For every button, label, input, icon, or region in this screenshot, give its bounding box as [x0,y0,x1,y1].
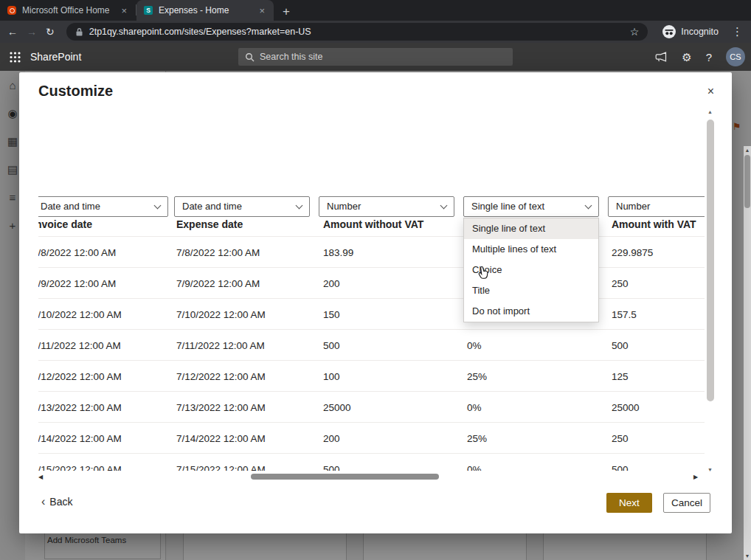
column-type-select-invoice-date[interactable]: Date and time [38,196,168,217]
cell-vat: 0% [467,463,482,471]
cell-vat: 0% [467,339,482,350]
scroll-up-icon[interactable]: ▲ [705,109,715,114]
vertical-scrollbar-thumb[interactable] [707,120,714,401]
cell-invoice-date: 7/12/2022 12:00 AM [38,370,122,381]
address-bar[interactable]: 2tp1qy.sharepoint.com/sites/Expenses?mar… [66,23,648,41]
settings-gear-icon[interactable]: ⚙ [682,52,691,63]
cell-amount-with-vat: 157.5 [612,308,637,319]
account-avatar[interactable]: CS [726,47,745,66]
cell-amount-with-vat: 25000 [612,401,640,412]
browser-toolbar: ← → ↻ 2tp1qy.sharepoint.com/sites/Expens… [0,21,751,43]
menu-item-single-line-of-text[interactable]: Single line of text [464,218,598,239]
cell-amount-without-vat: 183.99 [323,246,353,257]
select-value: Number [327,201,361,212]
next-button[interactable]: Next [606,493,652,513]
table-body: 7/8/2022 12:00 AM 7/8/2022 12:00 AM 183.… [38,236,705,471]
column-type-select-amount-with-vat[interactable]: Number [608,196,705,217]
search-placeholder: Search this site [260,52,322,62]
incognito-icon [662,25,676,38]
cell-expense-date: 7/10/2022 12:00 AM [176,308,266,319]
cell-expense-date: 7/15/2022 12:00 AM [176,463,266,471]
back-button[interactable]: ‹ Back [41,496,72,508]
column-type-select-amount-without-vat[interactable]: Number [319,196,454,217]
select-value: Single line of text [471,201,544,212]
cursor-hand-icon [478,266,489,283]
cell-invoice-date: 7/8/2022 12:00 AM [38,246,116,257]
cancel-button[interactable]: Cancel [663,493,710,513]
cell-expense-date: 7/13/2022 12:00 AM [176,401,266,412]
cell-invoice-date: 7/9/2022 12:00 AM [38,277,116,288]
dialog-vertical-scrollbar[interactable]: ▲ ▼ [705,109,715,472]
table-row: 7/13/2022 12:00 AM 7/13/2022 12:00 AM 25… [38,392,705,423]
cell-expense-date: 7/11/2022 12:00 AM [176,339,265,350]
cell-expense-date: 7/8/2022 12:00 AM [176,246,260,257]
lock-icon [75,27,83,37]
tab-expenses-home[interactable]: S Expenses - Home × [136,0,274,21]
cell-amount-without-vat: 500 [323,463,340,471]
reload-icon[interactable]: ↻ [46,27,55,37]
menu-item-do-not-import[interactable]: Do not import [464,301,598,322]
back-icon[interactable]: ← [7,27,18,37]
cell-expense-date: 7/14/2022 12:00 AM [176,432,266,443]
sharepoint-favicon-icon: S [144,6,153,15]
horizontal-scrollbar-thumb[interactable] [251,474,439,480]
cell-invoice-date: 7/14/2022 12:00 AM [38,432,122,443]
sharepoint-home-link[interactable]: SharePoint [30,51,81,63]
tab-microsoft-office-home[interactable]: Microsoft Office Home × [0,0,136,21]
app-launcher-icon[interactable] [9,51,21,63]
table-viewport: Date and time Date and time Number Singl… [38,184,705,471]
forward-icon[interactable]: → [27,27,37,37]
customize-dialog: Customize × Date and time Date and time … [19,72,732,533]
menu-item-multiple-lines-of-text[interactable]: Multiple lines of text [464,239,598,260]
cell-expense-date: 7/9/2022 12:00 AM [176,277,260,288]
incognito-label: Incognito [681,27,719,37]
tab-close-icon[interactable]: × [257,5,266,16]
cell-amount-without-vat: 25000 [323,401,351,412]
cell-amount-without-vat: 100 [323,370,340,381]
cell-vat: 25% [467,432,487,443]
cell-amount-with-vat: 500 [612,463,629,471]
cell-amount-without-vat: 150 [323,308,340,319]
tab-title: Microsoft Office Home [22,5,114,15]
cell-amount-without-vat: 500 [323,339,340,350]
column-header: Amount without VAT [323,218,423,230]
search-input[interactable]: Search this site [238,48,513,66]
table-row: 7/11/2022 12:00 AM 7/11/2022 12:00 AM 50… [38,330,705,361]
page-scrollbar[interactable]: ▲ ▼ [744,146,751,560]
column-type-select-vat[interactable]: Single line of text [463,196,599,217]
sharepoint-suite-bar: SharePoint Search this site ⚙ ? CS [0,43,751,71]
menu-item-title[interactable]: Title [464,280,598,301]
table-row: 7/10/2022 12:00 AM 7/10/2022 12:00 AM 15… [38,299,705,330]
cell-amount-with-vat: 229.9875 [612,246,653,257]
scroll-right-icon[interactable]: ▶ [693,474,698,480]
help-icon[interactable]: ? [706,52,712,63]
table-row: 7/8/2022 12:00 AM 7/8/2022 12:00 AM 183.… [38,237,705,268]
select-value: Number [616,201,650,212]
chevron-down-icon [440,202,448,210]
chevron-left-icon: ‹ [41,496,45,508]
scroll-down-icon[interactable]: ▼ [705,467,715,472]
column-header: Invoice date [38,218,92,230]
column-type-select-expense-date[interactable]: Date and time [174,196,310,217]
cell-amount-with-vat: 500 [612,339,629,350]
column-header: Expense date [176,218,243,230]
table-horizontal-scrollbar[interactable]: ◀ ▶ [38,472,705,482]
url-text: 2tp1qy.sharepoint.com/sites/Expenses?mar… [89,27,624,37]
page-scrollbar-thumb[interactable] [744,155,750,208]
tab-close-icon[interactable]: × [120,5,128,16]
search-icon [245,52,255,62]
new-tab-button[interactable]: + [283,5,290,18]
cell-amount-with-vat: 250 [612,432,629,443]
cell-expense-date: 7/12/2022 12:00 AM [176,370,266,381]
megaphone-icon[interactable] [655,52,668,62]
scroll-up-icon[interactable]: ▲ [744,148,751,153]
star-icon[interactable]: ☆ [630,26,640,38]
cell-invoice-date: 7/11/2022 12:00 AM [38,339,121,350]
scroll-left-icon[interactable]: ◀ [38,474,43,480]
table-header-row: Invoice date Expense date Amount without… [38,218,705,235]
table-row: 7/9/2022 12:00 AM 7/9/2022 12:00 AM 200 … [38,268,705,299]
close-icon[interactable]: × [705,83,717,100]
scroll-down-icon[interactable]: ▼ [744,553,751,559]
cell-amount-with-vat: 125 [612,370,629,381]
browser-menu-icon[interactable]: ⋮ [732,25,744,38]
